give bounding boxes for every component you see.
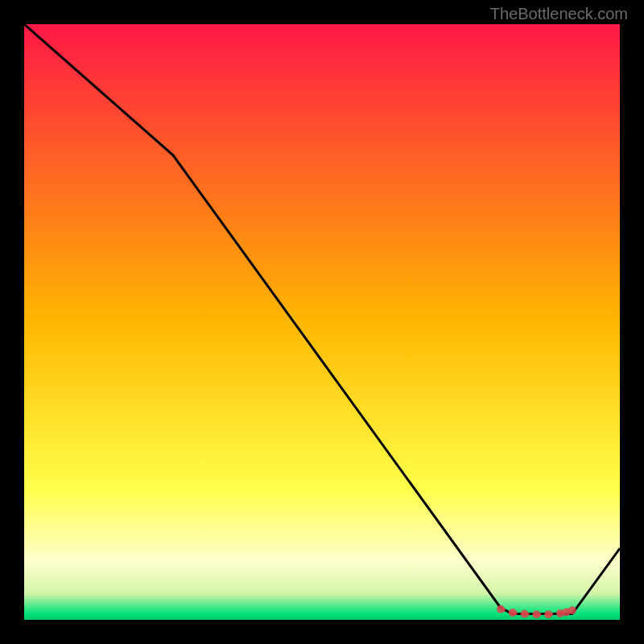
optimal-range-dot [509,609,517,617]
optimal-range-dot [521,610,529,618]
chart-svg [24,24,620,620]
optimal-range-dot [544,610,552,618]
optimal-range-dot [532,610,540,618]
chart-plot-area [24,24,620,620]
watermark-text: TheBottleneck.com [490,5,628,23]
chart-background [24,24,620,620]
optimal-range-dot [497,605,505,613]
optimal-range-dot [568,606,576,614]
